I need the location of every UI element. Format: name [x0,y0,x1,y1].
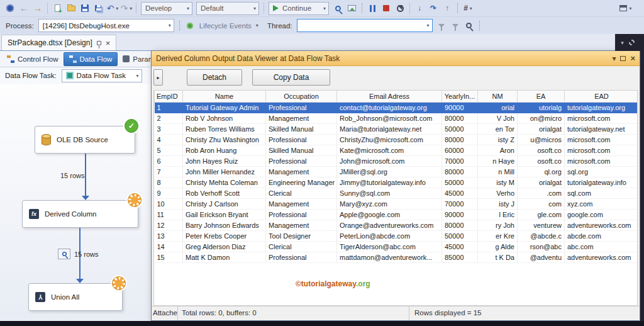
table-row[interactable]: 3Ruben Torres WilliamsSkilled ManualMari… [155,123,638,134]
grid-cell[interactable]: Tool Designer [266,230,337,241]
grid-cell[interactable]: 80000 [442,134,478,145]
grid-cell[interactable]: V Joh [478,113,518,123]
grid-cell[interactable]: JMiller@sql.org [337,166,442,177]
grid-cell[interactable]: google.com [565,209,638,220]
grid-cell[interactable]: Professional [266,134,337,145]
grid-cell[interactable]: utorialg [518,102,565,113]
close-icon[interactable]: × [630,53,635,63]
grid-cell[interactable]: John Miller Hernandez [183,166,266,177]
grid-cell[interactable]: Verho [478,188,518,198]
grid-cell[interactable]: xyz.com [565,198,638,209]
grid-cell[interactable]: abc.com [565,241,638,252]
grid-cell[interactable]: Management [266,166,337,177]
grid-cell[interactable]: Jimmy@tutorialgateway.info [337,177,442,188]
grid-cell[interactable]: orial [478,102,518,113]
grid-cell[interactable]: 50000 [442,123,478,134]
grid-cell[interactable]: Peter Krebs Cooper [183,230,266,241]
document-tab[interactable]: StrPackage.dtsx [Design] × [1,35,116,50]
chevron-down-icon[interactable]: ▾ [621,40,624,46]
node-derived-column[interactable]: Derived Column [22,200,138,228]
data-viewer-button[interactable] [58,249,70,259]
grid-cell[interactable]: isty J [478,198,518,209]
grid-cell[interactable]: 1 [155,102,183,113]
thread-combo[interactable]: ▾ [297,19,433,32]
grid-cell[interactable]: 60000 [442,145,478,155]
grid-cell[interactable]: gle.com [518,209,565,220]
grid-cell[interactable]: Barry Johnson Edwards [183,220,266,230]
grid-cell[interactable]: l Eric [478,209,518,220]
grid-cell[interactable]: osoft.co [518,145,565,155]
restart-button[interactable] [394,1,406,15]
grid-cell[interactable]: abcde.com [565,230,638,241]
grid-cell[interactable]: osoft.co [518,155,565,166]
column-header[interactable]: Occupation [266,91,337,102]
grid-cell[interactable]: Christy J Carlson [183,198,266,209]
grid-cell[interactable]: g Alde [478,241,518,252]
grid-cell[interactable]: Professional [266,209,337,220]
column-header[interactable]: Email Adress [337,91,442,102]
grid-cell[interactable]: 5 [155,145,183,155]
grid-cell[interactable]: Orange@adventureworks.com [337,220,442,230]
grid-cell[interactable]: 4 [155,134,183,145]
toolbar-grip[interactable] [362,3,362,13]
grid-cell[interactable]: 80000 [442,220,478,230]
grid-cell[interactable]: adventureworks.com [565,220,638,230]
gear-icon[interactable] [629,40,635,45]
table-row[interactable]: 9Rob Verhoff ScottClericalSunny@sql.com4… [155,188,638,198]
task-selector-combo[interactable]: Data Flow Task ▾ [62,69,142,82]
grid-cell[interactable]: com [518,198,565,209]
grid-cell[interactable]: mattdamon@adventurework... [337,252,442,262]
grid-cell[interactable]: Clerical [266,188,337,198]
node-union-all[interactable]: Union All [28,283,123,311]
grid-cell[interactable]: 13 [155,230,183,241]
grid-cell[interactable]: Maria@tutorialgateway.net [337,123,442,134]
grid-cell[interactable]: Mary@xyz.com [337,198,442,209]
grid-cell[interactable]: 11 [155,209,183,220]
grid-cell[interactable]: t K Da [478,252,518,262]
column-header[interactable]: EAD [565,91,638,102]
column-header[interactable]: Name [183,91,266,102]
table-row[interactable]: 11Gail Erickson BryantProfessionalApple@… [155,209,638,220]
grid-cell[interactable]: 90000 [442,102,478,113]
grid-cell[interactable]: microsoft.com [565,134,638,145]
grid-cell[interactable]: Professional [266,102,337,113]
table-row[interactable]: 14Greg Alderson DiazClericalTigerAlderso… [155,241,638,252]
chevron-down-icon[interactable]: ▾ [612,54,616,63]
maximize-icon[interactable] [620,56,626,61]
grid-cell[interactable]: 80000 [442,113,478,123]
grid-cell[interactable]: 45000 [442,241,478,252]
tab-control-flow[interactable]: Control Flow [2,52,64,66]
grid-cell[interactable]: 8 [155,177,183,188]
node-ole-db-source[interactable]: OLE DB Source ✓ [35,126,135,154]
grid-cell[interactable]: microsoft.com [565,155,638,166]
find-button[interactable] [331,1,344,15]
process-combo[interactable]: [14296] DtsDebugHost.exe▾ [38,19,174,32]
grid-cell[interactable]: tutorialgateway.net [565,123,638,134]
grid-cell[interactable]: microsoft.com [565,113,638,123]
grid-cell[interactable]: Rob_Johnson@microsoft.com [337,113,442,123]
lifecycle-events-button[interactable] [184,19,196,33]
grid-cell[interactable]: 70000 [442,155,478,166]
grid-cell[interactable]: 12 [155,220,183,230]
grid-cell[interactable]: Kate@microsoft.com [337,145,442,155]
grid-cell[interactable]: Professional [266,155,337,166]
tab-data-flow[interactable]: Data Flow [64,52,118,66]
break-all-button[interactable] [366,1,379,15]
table-row[interactable]: 10Christy J CarlsonManagementMary@xyz.co… [155,198,638,209]
grid-cell[interactable]: en Tor [478,123,518,134]
copy-data-button[interactable]: Copy Data [252,69,330,86]
grid-cell[interactable]: Management [266,113,337,123]
grid-cell[interactable]: Christy Zhu Washington [183,134,266,145]
grid-cell[interactable]: Skilled Manual [266,145,337,155]
grid-cell[interactable]: 85000 [442,252,478,262]
grid-cell[interactable]: er Kre [478,230,518,241]
grid-cell[interactable]: Rob V Johnson [183,113,266,123]
column-chooser-button[interactable]: ▸ [153,69,163,86]
step-out-button[interactable]: ↑ [441,1,453,15]
grid-cell[interactable]: 10 [155,198,183,209]
grid-cell[interactable]: 80000 [442,166,478,177]
table-row[interactable]: 2Rob V JohnsonManagementRob_Johnson@micr… [155,113,638,123]
solution-configuration-combo[interactable]: Develop▾ [141,2,192,15]
grid-cell[interactable]: sql.com [565,188,638,198]
table-row[interactable]: 15Matt K DamonProfessionalmattdamon@adve… [155,252,638,262]
